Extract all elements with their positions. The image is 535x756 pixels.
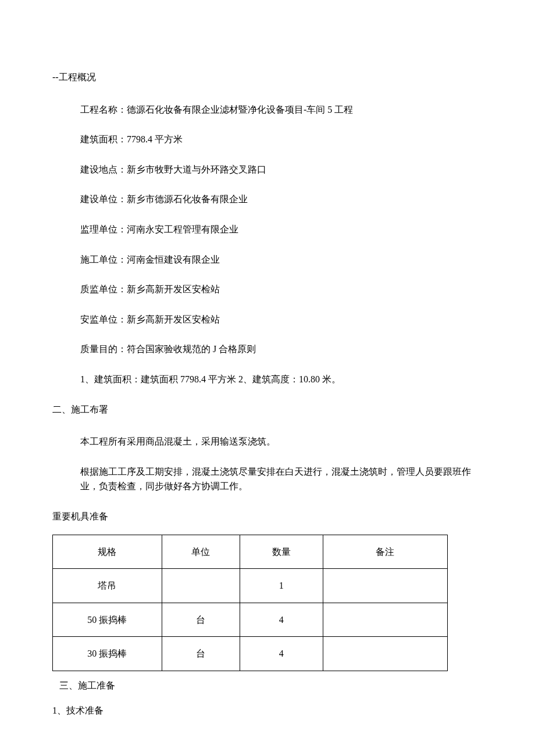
equipment-heading: 重要机具准备 [52,509,483,524]
deployment-p1: 本工程所有采用商品混凝土，采用输送泵浇筑。 [80,434,483,449]
th-note: 备注 [323,535,447,569]
deployment-p2: 根据施工工序及工期安排，混凝土浇筑尽量安排在白天进行，混凝土浇筑时，管理人员要跟… [52,464,483,494]
quality-supervisor-unit: 质监单位：新乡高新开发区安检站 [80,282,483,297]
cell-note [323,637,447,671]
location: 建设地点：新乡市牧野大道与外环路交叉路口 [80,162,483,177]
overview-summary: 1、建筑面积：建筑面积 7798.4 平方米 2、建筑高度：10.80 米。 [80,372,483,387]
project-name: 工程名称：德源石化妆备有限企业滤材暨净化设备项目-车间 5 工程 [80,102,483,117]
cell-spec: 30 振捣棒 [53,637,162,671]
builder-unit: 建设单位：新乡市德源石化妆备有限企业 [80,192,483,207]
th-unit: 单位 [162,535,240,569]
cell-qty: 4 [240,637,323,671]
table-row: 50 振捣棒 台 4 [53,603,448,637]
building-area: 建筑面积：7798.4 平方米 [80,132,483,147]
table-row: 30 振捣棒 台 4 [53,637,448,671]
cell-note [323,569,447,603]
cell-spec: 塔吊 [53,569,162,603]
prep-p1: 1、技术准备 [52,703,483,718]
heading-deployment: 二、施工布署 [52,402,483,417]
th-spec: 规格 [53,535,162,569]
overview-block: 工程名称：德源石化妆备有限企业滤材暨净化设备项目-车间 5 工程 建筑面积：77… [52,102,483,387]
contractor-unit: 施工单位：河南金恒建设有限企业 [80,252,483,267]
safety-supervisor-unit: 安监单位：新乡高新开发区安检站 [80,312,483,327]
cell-note [323,603,447,637]
th-qty: 数量 [240,535,323,569]
cell-unit: 台 [162,603,240,637]
cell-unit: 台 [162,637,240,671]
quality-goal: 质量目的：符合国家验收规范的 J 合格原则 [80,342,483,357]
equipment-table: 规格 单位 数量 备注 塔吊 1 50 振捣棒 台 4 30 振捣棒 台 [52,535,448,671]
cell-unit [162,569,240,603]
heading-preparation: 三、施工准备 [52,678,483,693]
cell-spec: 50 振捣棒 [53,603,162,637]
document-page: --工程概况 工程名称：德源石化妆备有限企业滤材暨净化设备项目-车间 5 工程 … [0,0,535,756]
deployment-block: 本工程所有采用商品混凝土，采用输送泵浇筑。 [52,434,483,449]
table-row: 塔吊 1 [53,569,448,603]
cell-qty: 1 [240,569,323,603]
table-header-row: 规格 单位 数量 备注 [53,535,448,569]
heading-overview: --工程概况 [52,70,483,85]
supervisor-unit: 监理单位：河南永安工程管理有限企业 [80,222,483,237]
cell-qty: 4 [240,603,323,637]
